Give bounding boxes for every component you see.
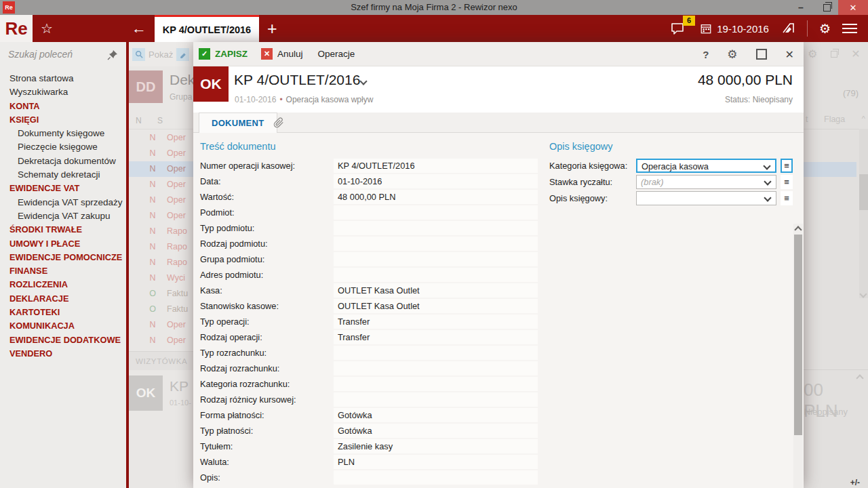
sidebar-item[interactable]: EWIDENCJE DODATKOWE bbox=[0, 333, 126, 347]
sidebar-item[interactable]: EWIDENCJE VAT bbox=[0, 182, 126, 195]
row-text: Wyci bbox=[167, 270, 185, 286]
restore-button[interactable] bbox=[815, 0, 838, 15]
combo-menu-button[interactable]: ≡ bbox=[781, 175, 793, 189]
gear-icon: ⚙ bbox=[808, 47, 817, 60]
field-value[interactable]: Gotówka bbox=[334, 424, 538, 438]
combo-menu-button[interactable]: ≡ bbox=[781, 191, 793, 205]
chevron-down-icon[interactable] bbox=[764, 194, 771, 201]
chevron-down-icon[interactable] bbox=[764, 178, 771, 185]
form-field-row: Typ płatności: Gotówka bbox=[193, 424, 546, 438]
row-status: N bbox=[148, 208, 157, 224]
field-value[interactable]: OUTLET Kasa Outlet bbox=[334, 283, 538, 298]
close-button[interactable]: ✕ bbox=[838, 0, 868, 15]
back-arrow-icon[interactable]: ← bbox=[132, 15, 146, 42]
window-title: Szef firmy na Moja Firma 2 - Rewizor nex… bbox=[0, 0, 868, 15]
notification-badge: 6 bbox=[683, 16, 695, 26]
chevron-down-icon[interactable] bbox=[763, 162, 770, 169]
insert-logo-icon[interactable] bbox=[781, 21, 795, 36]
sidebar-item[interactable]: Ewidencja VAT sprzedaży bbox=[0, 196, 126, 209]
save-button[interactable]: ZAPISZ bbox=[215, 49, 248, 59]
favorites-star-icon[interactable]: ☆ bbox=[41, 15, 53, 42]
tab-attachments[interactable] bbox=[264, 113, 294, 133]
sidebar-item[interactable]: Wyszukiwarka bbox=[0, 85, 126, 99]
dialog-content: Treść dokumentu Opis księgowy Numer oper… bbox=[193, 133, 804, 488]
field-value[interactable] bbox=[334, 377, 538, 391]
form-field-row: Rodzaj różnicy kursowej: bbox=[193, 392, 546, 407]
sidebar-item[interactable]: UMOWY I PŁACE bbox=[0, 237, 126, 251]
field-value[interactable] bbox=[334, 470, 538, 485]
dialog-scrollbar[interactable] bbox=[793, 224, 803, 488]
form-field-row: Opis: bbox=[193, 470, 546, 485]
operations-menu[interactable]: Operacje bbox=[318, 49, 355, 59]
field-value[interactable] bbox=[334, 252, 538, 266]
minimize-button[interactable]: – bbox=[789, 0, 812, 15]
background-toolbar: Pokaż bbox=[129, 42, 193, 66]
row-text: Oper bbox=[167, 192, 186, 208]
maximize-icon[interactable] bbox=[756, 49, 767, 60]
pin-icon[interactable] bbox=[107, 49, 118, 60]
field-value[interactable] bbox=[334, 346, 538, 360]
field-value[interactable]: Transfer bbox=[334, 314, 538, 329]
scrollbar-thumb[interactable] bbox=[794, 235, 802, 435]
sidebar-item[interactable]: FINANSE bbox=[0, 264, 126, 278]
sidebar-item[interactable]: DEKLARACJE bbox=[0, 292, 126, 306]
notifications-button[interactable]: 6 bbox=[671, 20, 688, 37]
field-value[interactable]: Zasilenie kasy bbox=[334, 439, 538, 453]
field-value[interactable]: Transfer bbox=[334, 330, 538, 344]
field-value[interactable]: OUTLET Kasa Outlet bbox=[334, 299, 538, 313]
ok-badge: OK bbox=[193, 66, 229, 102]
sidebar-item[interactable]: EWIDENCJE POMOCNICZE bbox=[0, 251, 126, 264]
sidebar-item[interactable]: KONTA bbox=[0, 100, 126, 113]
combo-select[interactable]: (brak) bbox=[636, 175, 776, 189]
hamburger-menu-icon[interactable] bbox=[842, 24, 857, 33]
sidebar-item[interactable]: KOMUNIKACJA bbox=[0, 319, 126, 333]
sidebar-item[interactable]: Strona startowa bbox=[0, 72, 126, 85]
dialog-gear-icon[interactable]: ⚙ bbox=[727, 47, 737, 62]
background-item-title: KP bbox=[170, 378, 189, 394]
rewizor-logo[interactable]: Re bbox=[0, 15, 33, 42]
field-value[interactable] bbox=[334, 205, 538, 220]
row-status: N bbox=[148, 270, 157, 286]
settings-gear-icon[interactable]: ⚙ bbox=[819, 22, 831, 35]
field-value[interactable]: Gotówka bbox=[334, 408, 538, 422]
table-row: N Oper bbox=[129, 317, 193, 333]
field-value[interactable] bbox=[334, 392, 538, 407]
sidebar-menu: Strona startowa Wyszukiwarka KONTA KSIĘG… bbox=[0, 72, 126, 361]
tab-kp-outlet[interactable]: KP 4/OUTLET/2016 bbox=[155, 15, 259, 42]
field-value[interactable]: PLN bbox=[334, 455, 538, 469]
cancel-button[interactable]: Anuluj bbox=[277, 49, 303, 59]
title-chevron-down-icon[interactable] bbox=[359, 77, 367, 85]
combo-select[interactable]: Operacja kasowa bbox=[636, 159, 776, 173]
combo-menu-button[interactable]: ≡ bbox=[781, 159, 793, 173]
field-value[interactable] bbox=[334, 221, 538, 235]
date-button[interactable]: 19-10-2016 bbox=[700, 22, 769, 35]
table-row: N Rapo bbox=[129, 255, 193, 270]
sidebar-item[interactable]: KSIĘGI bbox=[0, 113, 126, 127]
background-scrollbar bbox=[859, 129, 868, 298]
sidebar-item[interactable]: KARTOTEKI bbox=[0, 306, 126, 319]
scroll-up-icon[interactable] bbox=[794, 226, 802, 233]
combo-select[interactable] bbox=[636, 191, 776, 205]
sidebar-item[interactable]: ŚRODKI TRWAŁE bbox=[0, 223, 126, 237]
row-status: N bbox=[148, 161, 157, 177]
sidebar-item[interactable]: Ewidencja VAT zakupu bbox=[0, 209, 126, 223]
sidebar-item[interactable]: Pieczęcie księgowe bbox=[0, 140, 126, 154]
field-value[interactable] bbox=[334, 361, 538, 375]
command-search[interactable]: Szukaj poleceń bbox=[0, 46, 126, 65]
sidebar-item[interactable]: Schematy dekretacji bbox=[0, 168, 126, 182]
dialog-close-icon[interactable]: ✕ bbox=[785, 48, 794, 61]
new-tab-button[interactable]: + bbox=[267, 15, 277, 42]
row-status: N bbox=[148, 224, 157, 239]
row-text: Faktu bbox=[167, 286, 188, 302]
sidebar-item[interactable]: ROZLICZENIA bbox=[0, 278, 126, 291]
field-value[interactable] bbox=[334, 237, 538, 251]
field-value[interactable] bbox=[334, 268, 538, 282]
help-button[interactable]: ? bbox=[703, 49, 709, 60]
combo-label: Stawka ryczałtu: bbox=[549, 177, 612, 187]
table-row: N Rapo bbox=[129, 224, 193, 239]
save-check-icon[interactable]: ✓ bbox=[199, 48, 210, 60]
sidebar-item[interactable]: Dokumenty księgowe bbox=[0, 127, 126, 140]
sidebar-item[interactable]: VENDERO bbox=[0, 347, 126, 361]
cancel-x-icon[interactable]: ✕ bbox=[261, 48, 273, 60]
sidebar-item[interactable]: Dekretacja dokumentów bbox=[0, 155, 126, 168]
